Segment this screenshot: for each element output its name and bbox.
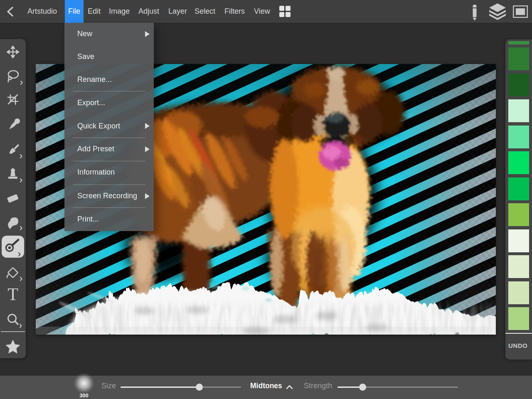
svg-text:T: T bbox=[7, 285, 18, 304]
